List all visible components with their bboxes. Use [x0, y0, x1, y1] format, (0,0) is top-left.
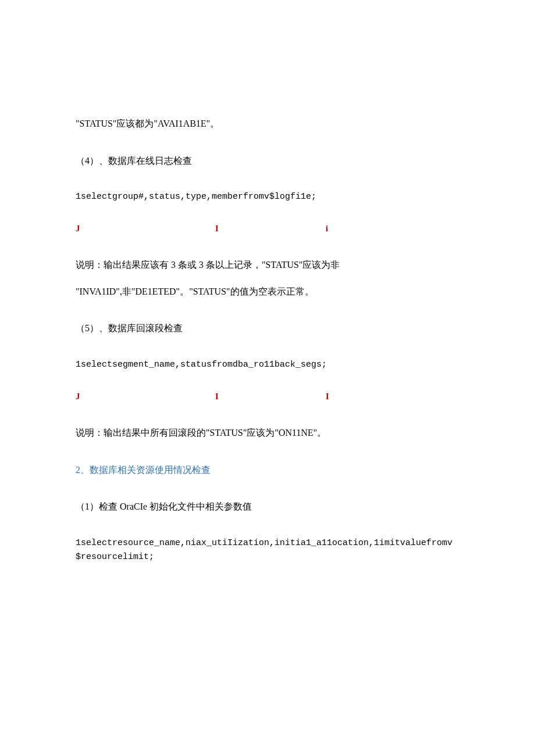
- section-2-1-title: （1）检查 OraCIe 初始化文件中相关参数值: [76, 499, 459, 514]
- status-available-note: "STATUS"应该都为"AVAI1AB1E"。: [76, 116, 459, 131]
- sql-query-resource-limit: 1selectresource_name,niax_utiIization,in…: [76, 536, 459, 564]
- sql-query-logfile: 1selectgroup#,status,type,memberfromv$lo…: [76, 190, 459, 204]
- marker-2a: J: [76, 389, 215, 403]
- marker-2b: I: [215, 389, 326, 403]
- heading-2-resources: 2、数据库相关资源使用情况检查: [76, 463, 459, 478]
- logfile-explain-line1: 说明：输出结果应该有 3 条或 3 条以上记录，"STATUS"应该为非: [76, 257, 459, 273]
- logfile-explain-line2: "INVA1ID",非"DE1ETED"。"STATUS"的值为空表示正常。: [76, 284, 459, 299]
- marker-1a: J: [76, 221, 215, 235]
- rollback-explain: 说明：输出结果中所有回滚段的"STATUS"应该为"ON11NE"。: [76, 425, 459, 440]
- marker-1b: I: [215, 221, 326, 235]
- marker-2c: I: [326, 389, 329, 403]
- section-5-title: （5）、数据库回滚段检查: [76, 321, 459, 336]
- section-4-title: （4）、数据库在线日志检查: [76, 153, 459, 169]
- marker-row-2: J I I: [76, 389, 459, 403]
- marker-row-1: J I i: [76, 221, 459, 235]
- marker-1c: i: [326, 221, 328, 235]
- sql-query-rollback: 1selectsegment_name,statusfromdba_ro11ba…: [76, 358, 459, 372]
